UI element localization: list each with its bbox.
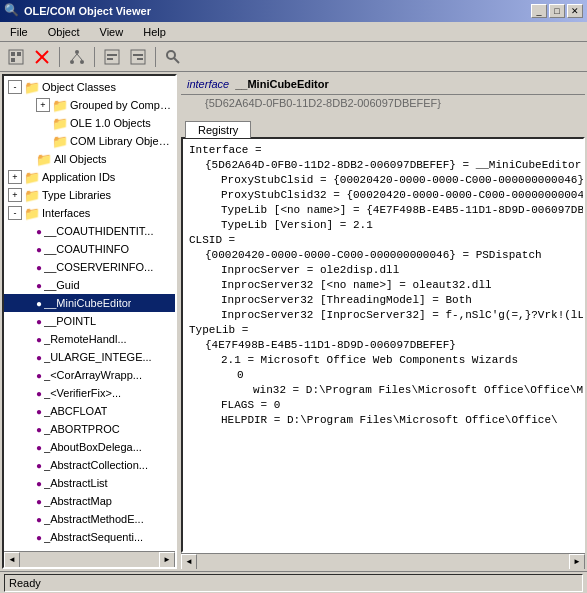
tree-item-abcfloat[interactable]: ● _ABCFLOAT bbox=[4, 402, 175, 420]
tree-horizontal-scrollbar[interactable]: ◄ ► bbox=[4, 551, 175, 567]
label-abstractlist: _AbstractList bbox=[44, 477, 108, 489]
tree-content[interactable]: - 📁 Object Classes + 📁 Grouped by Compo.… bbox=[4, 76, 175, 551]
content-line-14: 2.1 = Microsoft Office Web Components Wi… bbox=[189, 353, 577, 368]
interface-dot-icon14: ● bbox=[36, 478, 42, 489]
svg-line-9 bbox=[72, 54, 77, 60]
tree-item-coauthinfo[interactable]: ● __COAUTHINFO bbox=[4, 240, 175, 258]
label-corarraywrapp: _<CorArrayWrapp... bbox=[44, 369, 142, 381]
menu-object[interactable]: Object bbox=[42, 24, 86, 40]
svg-rect-11 bbox=[105, 50, 119, 64]
expander-app-ids[interactable]: + bbox=[8, 170, 22, 184]
content-scroll-left[interactable]: ◄ bbox=[181, 554, 197, 570]
tree-item-ularge[interactable]: ● _ULARGE_INTEGE... bbox=[4, 348, 175, 366]
menu-view[interactable]: View bbox=[94, 24, 130, 40]
toolbar-btn-2[interactable] bbox=[30, 45, 54, 69]
interface-dot-icon3: ● bbox=[36, 262, 42, 273]
interface-dot-icon: ● bbox=[36, 226, 42, 237]
toolbar-btn-3[interactable] bbox=[65, 45, 89, 69]
tree-item-abstractcollection[interactable]: ● _AbstractCollection... bbox=[4, 456, 175, 474]
label-coauthidentit: __COAUTHIDENTIT... bbox=[44, 225, 153, 237]
app-icon: 🔍 bbox=[4, 3, 20, 19]
label-ole: OLE 1.0 Objects bbox=[70, 117, 151, 129]
title-bar-left: 🔍 OLE/COM Object Viewer bbox=[4, 3, 151, 19]
tree-item-type-libs[interactable]: + 📁 Type Libraries bbox=[4, 186, 175, 204]
toolbar bbox=[0, 42, 587, 72]
content-line-11: InprocServer32 [InprocServer32] = f-,nSl… bbox=[189, 308, 577, 323]
content-scroll-track[interactable] bbox=[197, 554, 569, 570]
interface-dot-icon6: ● bbox=[36, 334, 42, 345]
tree-item-minicubeeditor[interactable]: ● __MiniCubeEditor bbox=[4, 294, 175, 312]
tree-scroll-track[interactable] bbox=[20, 552, 159, 568]
tree-item-interfaces[interactable]: - 📁 Interfaces bbox=[4, 204, 175, 222]
label-pointl: __POINTL bbox=[44, 315, 96, 327]
svg-rect-1 bbox=[11, 52, 15, 56]
detail-guid-header: {5D62A64D-0FB0-11D2-8DB2-006097DBEFEF} bbox=[181, 95, 585, 113]
tree-item-coauthidentit[interactable]: ● __COAUTHIDENTIT... bbox=[4, 222, 175, 240]
expander-grouped[interactable]: + bbox=[36, 98, 50, 112]
folder-icon-all: 📁 bbox=[36, 152, 52, 167]
toolbar-btn-search[interactable] bbox=[161, 45, 185, 69]
label-ularge: _ULARGE_INTEGE... bbox=[44, 351, 152, 363]
menu-help[interactable]: Help bbox=[137, 24, 172, 40]
tree-item-coserverinfo[interactable]: ● __COSERVERINFO... bbox=[4, 258, 175, 276]
interface-dot-icon15: ● bbox=[36, 496, 42, 507]
tree-item-grouped[interactable]: + 📁 Grouped by Compo... bbox=[4, 96, 175, 114]
content-scroll-right[interactable]: ► bbox=[569, 554, 585, 570]
svg-point-8 bbox=[80, 60, 84, 64]
tree-item-aboutbox[interactable]: ● _AboutBoxDelega... bbox=[4, 438, 175, 456]
left-icon bbox=[104, 49, 120, 65]
detail-type-label: interface bbox=[187, 78, 229, 90]
close-button[interactable]: ✕ bbox=[567, 4, 583, 18]
content-line-4: TypeLib [<no name>] = {4E7F498B-E4B5-11D… bbox=[189, 203, 577, 218]
expander-object-classes[interactable]: - bbox=[8, 80, 22, 94]
content-horizontal-scrollbar[interactable]: ◄ ► bbox=[181, 553, 585, 569]
tree-item-abstractsequenti[interactable]: ● _AbstractSequenti... bbox=[4, 528, 175, 546]
tree-item-com[interactable]: 📁 COM Library Objec... bbox=[4, 132, 175, 150]
content-line-10: InprocServer32 [ThreadingModel] = Both bbox=[189, 293, 577, 308]
tree-item-abortproc[interactable]: ● _ABORTPROC bbox=[4, 420, 175, 438]
content-line-2: ProxyStubClsid = {00020420-0000-0000-C00… bbox=[189, 173, 577, 188]
toolbar-sep-3 bbox=[155, 47, 156, 67]
label-coauthinfo: __COAUTHINFO bbox=[44, 243, 129, 255]
label-object-classes: Object Classes bbox=[42, 81, 116, 93]
tree-item-app-ids[interactable]: + 📁 Application IDs bbox=[4, 168, 175, 186]
tree-item-corarraywrapp[interactable]: ● _<CorArrayWrapp... bbox=[4, 366, 175, 384]
content-line-16: win32 = D:\Program Files\Microsoft Offic… bbox=[189, 383, 577, 398]
label-abstractsequenti: _AbstractSequenti... bbox=[44, 531, 143, 543]
tree-scroll-left[interactable]: ◄ bbox=[4, 552, 20, 568]
tree-item-ole[interactable]: 📁 OLE 1.0 Objects bbox=[4, 114, 175, 132]
maximize-button[interactable]: □ bbox=[549, 4, 565, 18]
toolbar-btn-5[interactable] bbox=[126, 45, 150, 69]
svg-line-18 bbox=[174, 58, 179, 63]
expander-type-libs[interactable]: + bbox=[8, 188, 22, 202]
tree-item-guid[interactable]: ● __Guid bbox=[4, 276, 175, 294]
tree-item-remotehandl[interactable]: ● _RemoteHandl... bbox=[4, 330, 175, 348]
content-line-1: {5D62A64D-0FB0-11D2-8DB2-006097DBEFEF} =… bbox=[189, 158, 577, 173]
toolbar-btn-4[interactable] bbox=[100, 45, 124, 69]
tree-item-abstractmap[interactable]: ● _AbstractMap bbox=[4, 492, 175, 510]
menu-file[interactable]: File bbox=[4, 24, 34, 40]
content-area[interactable]: Interface = {5D62A64D-0FB0-11D2-8DB2-006… bbox=[181, 137, 585, 553]
label-aboutbox: _AboutBoxDelega... bbox=[44, 441, 142, 453]
content-line-5: TypeLib [Version] = 2.1 bbox=[189, 218, 577, 233]
tab-registry[interactable]: Registry bbox=[185, 121, 251, 138]
toolbar-btn-1[interactable] bbox=[4, 45, 28, 69]
interface-dot-icon2: ● bbox=[36, 244, 42, 255]
minimize-button[interactable]: _ bbox=[531, 4, 547, 18]
interface-dot-icon11: ● bbox=[36, 424, 42, 435]
tree-item-pointl[interactable]: ● __POINTL bbox=[4, 312, 175, 330]
tree-item-abstractmethode[interactable]: ● _AbstractMethodE... bbox=[4, 510, 175, 528]
toolbar-sep-2 bbox=[94, 47, 95, 67]
tree-item-verifierfix[interactable]: ● _<VerifierFix>... bbox=[4, 384, 175, 402]
label-abortproc: _ABORTPROC bbox=[44, 423, 120, 435]
menu-bar: File Object View Help bbox=[0, 22, 587, 42]
interface-dot-icon4: ● bbox=[36, 280, 42, 291]
interface-dot-icon10: ● bbox=[36, 406, 42, 417]
tree-item-abstractlist[interactable]: ● _AbstractList bbox=[4, 474, 175, 492]
interface-dot-icon5: ● bbox=[36, 316, 42, 327]
tree-scroll-right[interactable]: ► bbox=[159, 552, 175, 568]
detail-header: interface __MiniCubeEditor bbox=[181, 74, 585, 95]
tree-item-all-objects[interactable]: 📁 All Objects bbox=[4, 150, 175, 168]
tree-item-object-classes[interactable]: - 📁 Object Classes bbox=[4, 78, 175, 96]
expander-interfaces[interactable]: - bbox=[8, 206, 22, 220]
